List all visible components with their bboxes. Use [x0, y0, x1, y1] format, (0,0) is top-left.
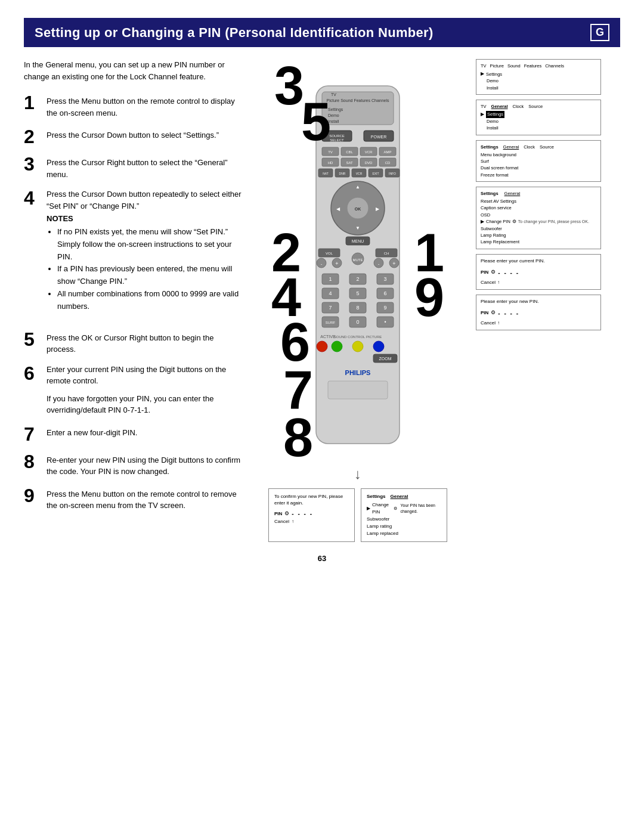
screen-5: Please enter your current PIN. PIN ⚙ - -…	[476, 254, 601, 290]
step-number-1: 1	[24, 93, 41, 112]
scr6-pin-row: PIN ⚙ - - - -	[481, 309, 596, 318]
scr6-pin-label: PIN	[481, 309, 488, 317]
scr3-general: General	[503, 144, 519, 150]
scr4-header: Settings General	[481, 190, 596, 197]
scr4-general: General	[504, 190, 521, 197]
big-num-8: 8	[283, 411, 313, 465]
note-3: All number combinations from 0000 to 999…	[57, 288, 244, 313]
svg-text:NAT: NAT	[323, 172, 329, 175]
notes-label: NOTES	[47, 214, 244, 223]
scr2-tv: TV	[481, 103, 487, 110]
scr3-clock: Clock	[524, 144, 535, 150]
svg-text:POWER: POWER	[371, 135, 386, 139]
scr4-settings: Settings	[481, 190, 499, 197]
scr2-arrow: ▶	[481, 111, 484, 118]
scr6-cancel-arrow: ↑	[497, 320, 500, 327]
step-text-1: Press the Menu button on the remote cont…	[47, 93, 244, 119]
svg-point-89	[352, 341, 363, 352]
svg-text:PHILIPS: PHILIPS	[345, 369, 371, 376]
svg-text:•: •	[384, 319, 386, 325]
subwoofer-s8: Subwoofer	[367, 516, 441, 523]
svg-point-87	[317, 341, 327, 352]
svg-text:DNR: DNR	[339, 172, 346, 175]
cancel-label-confirm: Cancel	[274, 518, 289, 525]
scr1-header: TV Picture Sound Features Channels	[481, 63, 596, 69]
svg-point-90	[373, 341, 384, 352]
step-number-9: 9	[24, 486, 41, 505]
svg-text:◀: ◀	[336, 206, 340, 212]
gear-s8: ⚙	[394, 506, 397, 512]
scr4-osd: OSD	[481, 212, 596, 218]
scr2-settings-hl: Settings	[486, 111, 504, 117]
svg-text:9: 9	[383, 305, 386, 311]
svg-text:1: 1	[329, 276, 332, 282]
center-column: 3 5 2 4 1 9 6 7 8	[244, 59, 471, 542]
svg-text:SAT: SAT	[346, 161, 353, 165]
change-pin-label-s8: Change PIN	[372, 501, 392, 516]
step-text-4: Press the Cursor Down button repeatedly …	[47, 187, 242, 210]
scr4-arrow: ▶	[481, 218, 484, 225]
scr2-clock: Clock	[513, 103, 524, 110]
scr1-picture: Picture	[490, 63, 504, 69]
pin-confirm-row: PIN ⚙ - - - -	[274, 509, 349, 518]
scr1-features: Features	[524, 63, 542, 69]
right-screens-column: TV Picture Sound Features Channels ▶ Set…	[476, 59, 601, 542]
svg-text:ZOOM: ZOOM	[379, 357, 392, 361]
svg-text:7: 7	[329, 305, 332, 311]
svg-text:DVD: DVD	[365, 161, 373, 165]
pin-success-screen: Settings General ▶ Change PIN ⚙ Your PIN…	[361, 488, 447, 542]
svg-text:-: -	[378, 261, 380, 267]
page-number: 63	[24, 554, 620, 563]
step-number-3: 3	[24, 154, 41, 174]
step-number-7: 7	[24, 425, 41, 444]
bottom-screens-row: To confirm your new PIN, please enter it…	[268, 488, 447, 542]
pin-confirm-screen: To confirm your new PIN, please enter it…	[268, 488, 355, 542]
step-text-6: Enter your current PIN using the Digit b…	[47, 363, 226, 386]
svg-text:2: 2	[356, 276, 359, 282]
step-number-4: 4	[24, 188, 41, 208]
svg-text:INFO: INFO	[389, 172, 396, 175]
step-1: 1 Press the Menu button on the remote co…	[24, 93, 244, 119]
screen-6: Please enter your new PIN. PIN ⚙ - - - -…	[476, 295, 601, 330]
scr5-pin-label: PIN	[481, 269, 488, 276]
general-label-s8: General	[391, 493, 408, 500]
big-num-3: 3	[274, 59, 304, 113]
down-arrow: ↓	[354, 466, 361, 482]
scr4-note: To change your PIN, please press OK.	[518, 219, 589, 225]
pin-gear-icon: ⚙	[284, 510, 289, 518]
pin-confirm-text: To confirm your new PIN, please enter it…	[274, 493, 349, 506]
svg-text:TV: TV	[331, 92, 336, 97]
svg-text:MUTE: MUTE	[353, 258, 363, 262]
scr4-changepin-row: ▶ Change PIN ⚙ To change your PIN, pleas…	[481, 218, 596, 225]
scr2-source: Source	[528, 103, 543, 110]
scr6-cancel-label: Cancel	[481, 320, 496, 327]
cancel-arrow-confirm: ↑	[292, 518, 294, 525]
scr2-header: TV General Clock Source	[481, 103, 596, 110]
notes-section: NOTES If no PIN exists yet, the menu wil…	[47, 214, 244, 313]
scr5-cancel-label: Cancel	[481, 279, 496, 286]
step-number-2: 2	[24, 127, 41, 146]
scr5-pin-row: PIN ⚙ - - - -	[481, 268, 596, 277]
pin-changed-note: Your PIN has been changed.	[400, 503, 441, 515]
step-2: 2 Press the Cursor Down button to select…	[24, 127, 244, 146]
svg-text:AMP: AMP	[383, 150, 391, 154]
scr5-cancel-arrow: ↑	[497, 279, 500, 286]
scr4-reset: Reset AV Settings	[481, 198, 596, 205]
scr2-settings-row: ▶ Settings	[481, 111, 596, 118]
svg-text:CBL: CBL	[346, 150, 353, 154]
svg-text:CH: CH	[384, 252, 389, 255]
scr1-tv: TV	[481, 63, 487, 69]
scr5-cancel-row: Cancel ↑	[481, 279, 596, 286]
scr1-settings-row: ▶ Settings	[481, 70, 596, 78]
svg-point-88	[332, 341, 342, 352]
scr3-freeze: Freeze format	[481, 172, 596, 178]
svg-text:OK: OK	[355, 207, 361, 211]
scr4-changepin: Change PIN	[486, 218, 510, 225]
note-1: If no PIN exists yet, the menu will show…	[57, 226, 244, 263]
step-text-5: Press the OK or Cursor Right button to b…	[47, 330, 244, 355]
note-2: If a PIN has previously been entered, th…	[57, 263, 244, 288]
svg-text:VCR: VCR	[356, 172, 363, 175]
step-number-5: 5	[24, 330, 41, 349]
page-wrapper: Setting up or Changing a PIN (Personal I…	[0, 0, 644, 833]
step-6: 6 Enter your current PIN using the Digit…	[24, 364, 244, 416]
